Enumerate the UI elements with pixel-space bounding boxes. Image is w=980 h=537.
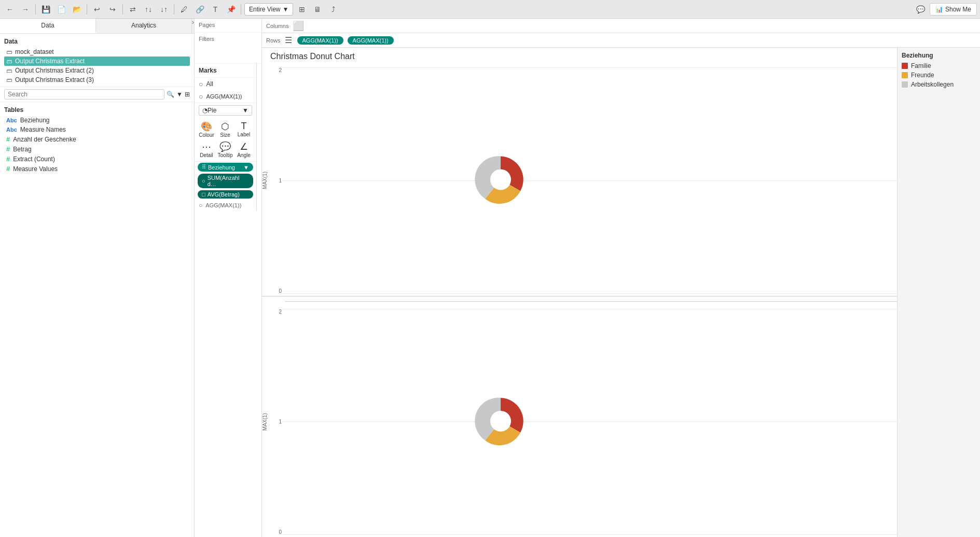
marks-colour[interactable]: 🎨 Colour <box>198 120 215 139</box>
dataset-output-christmas-2[interactable]: 🗃 Output Christmas Extract (2) <box>4 66 190 75</box>
field-extract-count[interactable]: # Extract (Count) <box>4 154 190 164</box>
separator-3 <box>122 4 123 15</box>
separator-1 <box>35 4 36 15</box>
tab-analytics[interactable]: Analytics <box>96 19 192 33</box>
new-button[interactable]: 📄 <box>54 3 68 16</box>
dataset-christmas-label: Output Christmas Extract <box>15 58 85 65</box>
marks-tooltip[interactable]: 💬 Tooltip <box>216 140 234 159</box>
marks-detail[interactable]: ⋯ Detail <box>198 140 215 159</box>
field-measure-values[interactable]: # Measure Values <box>4 164 190 174</box>
field-anzahl[interactable]: # Anzahl der Geschenke <box>4 134 190 144</box>
chart-wrapper: Christmas Donut Chart MAX(1) 2 1 0 <box>262 48 980 537</box>
pill-sum-anzahl-label: SUM(Anzahl d… <box>208 175 249 187</box>
highlight-button[interactable]: 🖊 <box>177 3 191 16</box>
legend-item-familie[interactable]: Familie <box>902 62 976 69</box>
grid-lines-bottom <box>283 307 897 538</box>
filter-icon[interactable]: ▼ <box>176 91 183 98</box>
search-icon[interactable]: 🔍 <box>167 91 174 98</box>
show-me-button[interactable]: 📊 Show Me <box>930 3 977 16</box>
marks-title: Marks <box>195 64 256 78</box>
colour-label: Colour <box>199 132 214 138</box>
forward-button[interactable]: → <box>19 3 32 16</box>
dataset-output-christmas-3[interactable]: 🗃 Output Christmas Extract (3) <box>4 75 190 84</box>
swap-button[interactable]: ⇄ <box>126 3 140 16</box>
redo-button[interactable]: ↪ <box>106 3 119 16</box>
label-icon: T <box>241 121 247 132</box>
text-button[interactable]: T <box>209 3 222 16</box>
abc-icon-2: Abc <box>6 126 17 133</box>
filters-title: Filters <box>199 36 257 42</box>
marks-label[interactable]: T Label <box>235 120 253 139</box>
dots-icon: ⠿ <box>202 164 206 171</box>
dataset-output-christmas[interactable]: 🗃 Output Christmas Extract <box>4 56 190 66</box>
row-pill-1[interactable]: AGG(MAX(1)) <box>297 36 343 45</box>
dataset-christmas-3-label: Output Christmas Extract (3) <box>15 76 94 83</box>
legend-label-arbeitskollegen: Arbeitskollegen <box>911 81 954 88</box>
marks-agg-label: AGG(MAX(1)) <box>206 93 242 100</box>
tick-top-1: 1 <box>279 178 282 183</box>
search-bar: 🔍 ▼ ⊞ <box>0 87 194 102</box>
link-button[interactable]: 🔗 <box>193 3 206 16</box>
grid-button[interactable]: ⊞ <box>295 3 309 16</box>
left-sidebar: Data Analytics › Data 🗃 mock_dataset 🗃 O… <box>0 19 195 537</box>
angle-label: Angle <box>237 152 251 158</box>
sidebar-close-icon[interactable]: › <box>192 19 194 33</box>
legend-item-arbeitskollegen[interactable]: Arbeitskollegen <box>902 81 976 88</box>
legend-label-familie: Familie <box>911 62 931 69</box>
size-icon: ⬡ <box>221 121 229 132</box>
present-button[interactable]: 🖥 <box>311 3 324 16</box>
circle-outline-icon: ○ <box>202 178 205 184</box>
field-betrag[interactable]: # Betrag <box>4 144 190 154</box>
legend-title: Beziehung <box>902 52 976 59</box>
y-axis-bottom: MAX(1) 2 1 0 <box>262 307 283 538</box>
marks-pill-sum-anzahl[interactable]: ○ SUM(Anzahl d… <box>198 174 253 188</box>
tick-bottom-1: 1 <box>279 419 282 425</box>
share-button[interactable]: ⤴ <box>326 3 340 16</box>
field-beziehung[interactable]: Abc Beziehung <box>4 116 190 125</box>
chat-button[interactable]: 💬 <box>914 3 928 16</box>
separator-2 <box>87 4 87 15</box>
marks-pill-beziehung[interactable]: ⠿ Beziehung ▼ <box>198 163 253 172</box>
tick-bottom-2: 2 <box>279 309 282 315</box>
table-icon-2: 🗃 <box>6 58 12 64</box>
top-pane-content <box>283 65 897 296</box>
tick-top-0: 0 <box>279 288 282 294</box>
chevron-down-icon-marks: ▼ <box>242 107 249 114</box>
grid-view-icon[interactable]: ⊞ <box>185 91 190 98</box>
tables-title: Tables <box>4 106 190 114</box>
rows-icon: ☰ <box>285 35 292 45</box>
field-measure-names[interactable]: Abc Measure Names <box>4 125 190 134</box>
y-axis-top: MAX(1) 2 1 0 <box>262 65 283 296</box>
search-input[interactable] <box>4 89 164 100</box>
table-icon: 🗃 <box>6 49 12 55</box>
tooltip-label: Tooltip <box>218 152 233 158</box>
marks-agg-item[interactable]: ○ AGG(MAX(1)) <box>195 90 256 103</box>
sort-asc-button[interactable]: ↑↓ <box>142 3 155 16</box>
pin-button[interactable]: 📌 <box>224 3 238 16</box>
marks-agg2[interactable]: ○ AGG(MAX(1)) <box>195 200 256 211</box>
toolbar: ← → 💾 📄 📂 ↩ ↪ ⇄ ↑↓ ↓↑ 🖊 🔗 T 📌 Entire Vie… <box>0 0 980 19</box>
sidebar-tabs: Data Analytics › <box>0 19 194 34</box>
sort-desc-button[interactable]: ↓↑ <box>157 3 171 16</box>
marks-size[interactable]: ⬡ Size <box>216 120 234 139</box>
marks-all-item[interactable]: ○ All <box>195 78 256 90</box>
legend-item-freunde[interactable]: Freunde <box>902 72 976 79</box>
marks-type-dropdown[interactable]: ◔ Pie ▼ <box>199 105 252 116</box>
dataset-mock[interactable]: 🗃 mock_dataset <box>4 47 190 56</box>
grid-line-3 <box>283 293 897 294</box>
undo-button[interactable]: ↩ <box>90 3 104 16</box>
field-anzahl-label: Anzahl der Geschenke <box>13 136 76 143</box>
marks-pill-avg-betrag[interactable]: □ AVG(Betrag) <box>198 190 253 199</box>
grid-line-b3 <box>283 534 897 535</box>
save-button[interactable]: 💾 <box>39 3 52 16</box>
row-pill-2[interactable]: AGG(MAX(1)) <box>348 36 394 45</box>
marks-properties: 🎨 Colour ⬡ Size T Label ⋯ Detail <box>195 118 256 162</box>
open-button[interactable]: 📂 <box>70 3 84 16</box>
grid-line-b1 <box>283 309 897 309</box>
pie-chart-bottom <box>475 395 527 448</box>
view-dropdown[interactable]: Entire View ▼ <box>244 3 293 16</box>
marks-angle[interactable]: ∠ Angle <box>235 140 253 159</box>
back-button[interactable]: ← <box>3 3 17 16</box>
tab-data[interactable]: Data <box>0 19 96 33</box>
legend-color-arbeitskollegen <box>902 81 908 88</box>
